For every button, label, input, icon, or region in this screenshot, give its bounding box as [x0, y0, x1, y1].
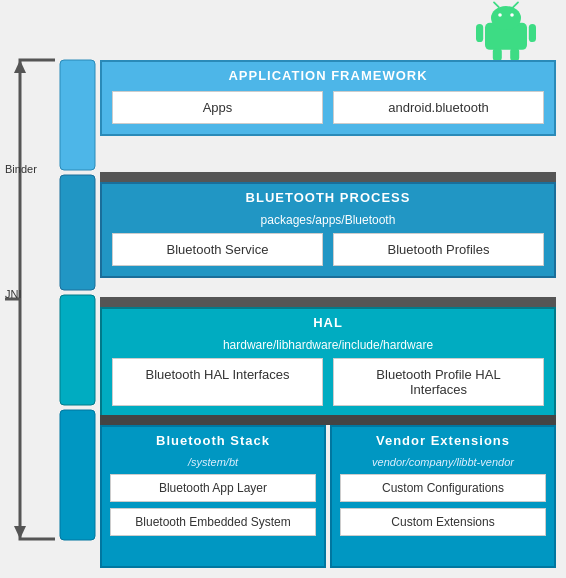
bt-app-layer-card: Bluetooth App Layer [110, 474, 316, 502]
svg-marker-15 [14, 526, 26, 539]
svg-point-1 [491, 6, 521, 30]
left-bracket-decoration [0, 55, 100, 545]
bt-hal-interfaces-card: Bluetooth HAL Interfaces [112, 358, 323, 406]
vendor-path: vendor/company/libbt-vendor [340, 456, 546, 468]
bt-process-title: BLUETOOTH PROCESS [112, 190, 544, 205]
svg-point-3 [510, 13, 514, 17]
divider-bar-3 [100, 415, 556, 425]
android-bluetooth-card: android.bluetooth [333, 91, 544, 124]
apps-card: Apps [112, 91, 323, 124]
vendor-section: Vendor Extensions vendor/company/libbt-v… [330, 425, 556, 568]
divider-bar-2 [100, 297, 556, 307]
hal-subtitle: hardware/libhardware/include/hardware [112, 338, 544, 352]
hal-section: HAL hardware/libhardware/include/hardwar… [100, 307, 556, 418]
app-framework-cards: Apps android.bluetooth [112, 91, 544, 124]
hal-cards: Bluetooth HAL Interfaces Bluetooth Profi… [112, 358, 544, 406]
svg-rect-9 [510, 48, 519, 60]
bt-service-card: Bluetooth Service [112, 233, 323, 266]
svg-rect-6 [476, 24, 483, 42]
bt-stack-path: /system/bt [110, 456, 316, 468]
svg-rect-7 [529, 24, 536, 42]
bottom-sections: Bluetooth Stack /system/bt Bluetooth App… [100, 425, 556, 568]
bt-profile-hal-card: Bluetooth Profile HAL Interfaces [333, 358, 544, 406]
app-framework-section: APPLICATION FRAMEWORK Apps android.bluet… [100, 60, 556, 136]
bt-stack-section: Bluetooth Stack /system/bt Bluetooth App… [100, 425, 326, 568]
jni-label: JNI [5, 288, 22, 300]
bt-stack-cards: Bluetooth App Layer Bluetooth Embedded S… [110, 474, 316, 536]
svg-rect-8 [493, 48, 502, 60]
svg-point-2 [498, 13, 502, 17]
vendor-cards: Custom Configurations Custom Extensions [340, 474, 546, 536]
svg-rect-10 [60, 60, 95, 170]
bt-profiles-card: Bluetooth Profiles [333, 233, 544, 266]
bt-embedded-card: Bluetooth Embedded System [110, 508, 316, 536]
svg-rect-11 [60, 175, 95, 290]
custom-configs-card: Custom Configurations [340, 474, 546, 502]
bt-process-subtitle: packages/apps/Bluetooth [112, 213, 544, 227]
diagram-wrapper: APPLICATION FRAMEWORK Apps android.bluet… [0, 0, 566, 578]
svg-line-4 [494, 2, 499, 7]
android-logo [476, 0, 536, 60]
divider-bar-1 [100, 172, 556, 182]
svg-marker-14 [14, 60, 26, 73]
svg-line-5 [513, 2, 518, 7]
vendor-title: Vendor Extensions [340, 433, 546, 448]
bt-process-cards: Bluetooth Service Bluetooth Profiles [112, 233, 544, 266]
bt-stack-title: Bluetooth Stack [110, 433, 316, 448]
binder-label: Binder [5, 163, 37, 175]
app-framework-title: APPLICATION FRAMEWORK [112, 68, 544, 83]
hal-title: HAL [112, 315, 544, 330]
bt-process-section: BLUETOOTH PROCESS packages/apps/Bluetoot… [100, 182, 556, 278]
custom-extensions-card: Custom Extensions [340, 508, 546, 536]
svg-rect-13 [60, 410, 95, 540]
svg-rect-12 [60, 295, 95, 405]
